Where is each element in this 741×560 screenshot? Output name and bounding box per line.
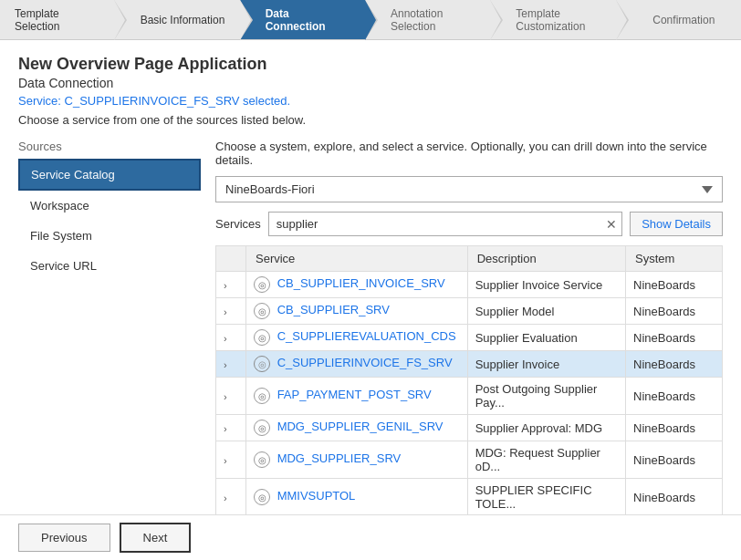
service-icon: ◎ — [254, 276, 270, 293]
expand-cell[interactable]: › — [216, 415, 246, 441]
table-row[interactable]: › ◎ FAP_PAYMENT_POST_SRV Post Outgoing S… — [216, 378, 723, 415]
right-panel: Choose a system, explore, and select a s… — [215, 140, 723, 514]
description-cell: MDG: Request Supplier oD... — [467, 441, 625, 479]
service-cell: ◎ MDG_SUPPLIER_GENIL_SRV — [246, 415, 468, 441]
services-row: Services ✕ Show Details — [215, 212, 723, 236]
step-label: Basic Information — [141, 14, 225, 26]
table-row[interactable]: › ◎ CB_SUPPLIER_SRV Supplier Model NineB… — [216, 298, 723, 325]
source-file-system[interactable]: File System — [18, 221, 201, 251]
description-cell: Supplier Approval: MDG — [467, 415, 625, 441]
expand-cell[interactable]: › — [216, 298, 246, 325]
expand-icon[interactable]: › — [224, 493, 238, 503]
service-name[interactable]: C_SUPPLIERINVOICE_FS_SRV — [277, 356, 453, 369]
source-service-url[interactable]: Service URL — [18, 251, 201, 281]
right-instructions: Choose a system, explore, and select a s… — [215, 140, 723, 167]
step-data-connection[interactable]: Data Connection — [240, 0, 365, 39]
service-icon: ◎ — [254, 489, 270, 505]
service-name[interactable]: C_SUPPLIEREVALUATION_CDS — [277, 329, 456, 343]
expand-cell[interactable]: › — [216, 325, 246, 351]
expand-cell[interactable]: › — [216, 272, 246, 298]
system-cell: NineBoards — [626, 298, 723, 325]
service-cell: ◎ CB_SUPPLIER_INVOICE_SRV — [246, 272, 468, 298]
service-selected-text: Service: C_SUPPLIERINVOICE_FS_SRV select… — [18, 94, 723, 108]
expand-cell[interactable]: › — [216, 441, 246, 479]
service-cell: ◎ MDG_SUPPLIER_SRV — [246, 441, 468, 479]
content-area: Sources Service Catalog Workspace File S… — [18, 140, 723, 514]
service-icon: ◎ — [254, 356, 270, 372]
page-title: New Overview Page Application — [18, 55, 723, 74]
service-name[interactable]: MDG_SUPPLIER_GENIL_SRV — [277, 420, 444, 433]
next-button[interactable]: Next — [120, 523, 192, 553]
step-label: Data Connection — [266, 7, 350, 33]
step-label: Template Customization — [516, 7, 600, 33]
service-icon: ◎ — [254, 451, 270, 468]
service-cell: ◎ C_SUPPLIERINVOICE_FS_SRV — [246, 351, 468, 378]
show-details-button[interactable]: Show Details — [630, 212, 723, 236]
step-label: Confirmation — [652, 14, 715, 26]
system-cell: NineBoards — [626, 272, 723, 298]
sources-panel: Sources Service Catalog Workspace File S… — [18, 140, 201, 514]
sources-label: Sources — [18, 140, 201, 153]
expand-icon[interactable]: › — [224, 306, 238, 317]
service-icon: ◎ — [254, 420, 270, 436]
table-row[interactable]: › ◎ CB_SUPPLIER_INVOICE_SRV Supplier Inv… — [216, 272, 723, 298]
source-service-catalog[interactable]: Service Catalog — [18, 159, 201, 191]
expand-icon[interactable]: › — [224, 280, 238, 291]
system-cell: NineBoards — [626, 479, 723, 515]
page-subtitle: Data Connection — [18, 76, 723, 90]
footer: Previous Next — [0, 514, 741, 560]
service-cell: ◎ FAP_PAYMENT_POST_SRV — [246, 378, 468, 415]
service-icon: ◎ — [254, 303, 270, 319]
source-workspace[interactable]: Workspace — [18, 191, 201, 221]
expand-icon[interactable]: › — [224, 359, 238, 370]
table-row[interactable]: › ◎ C_SUPPLIERINVOICE_FS_SRV Supplier In… — [216, 351, 723, 378]
col-header-service: Service — [246, 246, 468, 272]
expand-icon[interactable]: › — [224, 391, 238, 402]
service-cell: ◎ MMIVSUPTOL — [246, 479, 468, 515]
expand-cell[interactable]: › — [216, 351, 246, 378]
system-dropdown[interactable]: NineBoards-Fiori NineBoards-SAP Other — [215, 176, 723, 202]
service-name[interactable]: CB_SUPPLIER_INVOICE_SRV — [277, 276, 445, 290]
services-input[interactable] — [268, 212, 622, 236]
description-cell: Post Outgoing Supplier Pay... — [467, 378, 625, 415]
step-basic-information[interactable]: Basic Information — [114, 0, 239, 39]
step-label: Template Selection — [15, 7, 99, 33]
expand-cell[interactable]: › — [216, 479, 246, 515]
table-row[interactable]: › ◎ MMIVSUPTOL SUPPLIER SPECIFIC TOLE...… — [216, 479, 723, 515]
system-cell: NineBoards — [626, 351, 723, 378]
description-cell: Supplier Model — [467, 298, 625, 325]
col-header-expand — [216, 246, 246, 272]
wizard-steps: Template Selection Basic Information Dat… — [0, 0, 741, 40]
service-icon: ◎ — [254, 388, 270, 404]
expand-icon[interactable]: › — [224, 333, 238, 344]
service-cell: ◎ CB_SUPPLIER_SRV — [246, 298, 468, 325]
service-name[interactable]: MDG_SUPPLIER_SRV — [277, 451, 402, 465]
choose-text: Choose a service from one of the sources… — [18, 113, 723, 127]
step-annotation-selection[interactable]: Annotation Selection — [365, 0, 490, 39]
clear-icon[interactable]: ✕ — [606, 217, 617, 232]
service-name[interactable]: CB_SUPPLIER_SRV — [277, 303, 390, 316]
table-row[interactable]: › ◎ MDG_SUPPLIER_SRV MDG: Request Suppli… — [216, 441, 723, 479]
previous-button[interactable]: Previous — [18, 524, 110, 552]
system-dropdown-row: NineBoards-Fiori NineBoards-SAP Other — [215, 176, 723, 202]
description-cell: Supplier Invoice Service — [467, 272, 625, 298]
col-header-system: System — [626, 246, 723, 272]
step-template-customization[interactable]: Template Customization — [490, 0, 615, 39]
step-template-selection[interactable]: Template Selection — [0, 0, 114, 39]
table-row[interactable]: › ◎ C_SUPPLIEREVALUATION_CDS Supplier Ev… — [216, 325, 723, 351]
col-header-description: Description — [467, 246, 625, 272]
description-cell: Supplier Invoice — [467, 351, 625, 378]
expand-icon[interactable]: › — [224, 423, 238, 434]
expand-icon[interactable]: › — [224, 455, 238, 466]
step-confirmation[interactable]: Confirmation — [616, 0, 741, 39]
system-cell: NineBoards — [626, 325, 723, 351]
service-name[interactable]: FAP_PAYMENT_POST_SRV — [277, 388, 432, 401]
service-cell: ◎ C_SUPPLIEREVALUATION_CDS — [246, 325, 468, 351]
service-icon: ◎ — [254, 329, 270, 346]
table-row[interactable]: › ◎ MDG_SUPPLIER_GENIL_SRV Supplier Appr… — [216, 415, 723, 441]
service-name[interactable]: MMIVSUPTOL — [277, 489, 356, 503]
step-label: Annotation Selection — [391, 7, 475, 33]
expand-cell[interactable]: › — [216, 378, 246, 415]
system-cell: NineBoards — [626, 415, 723, 441]
services-table: Service Description System › ◎ CB_SUPPLI… — [215, 245, 723, 514]
